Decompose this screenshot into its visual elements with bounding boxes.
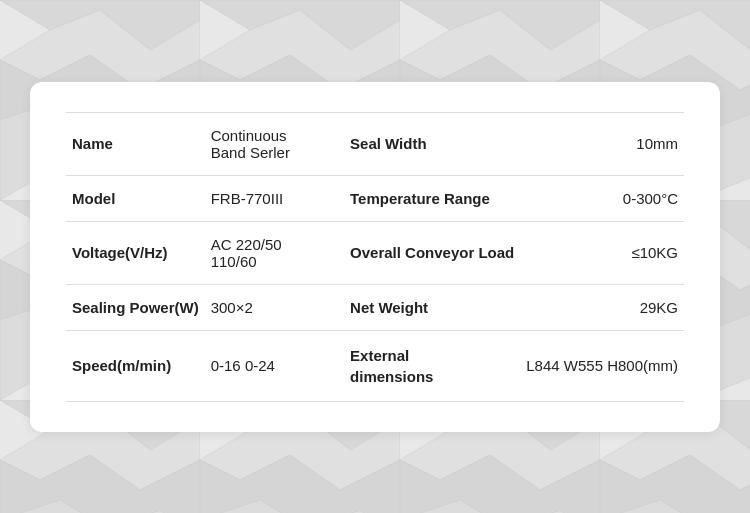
- left-value-3: 300×2: [205, 284, 324, 330]
- right-label-1: Temperature Range: [344, 175, 520, 221]
- right-value-1: 0-300°C: [520, 175, 684, 221]
- left-value-4: 0-16 0-24: [205, 330, 324, 401]
- left-label-3: Sealing Power(W): [66, 284, 205, 330]
- right-label-2: Overall Conveyor Load: [344, 221, 520, 284]
- spacer-2: [324, 221, 344, 284]
- spec-card: NameContinuous Band SerlerSeal Width10mm…: [30, 82, 720, 432]
- right-value-4: L844 W555 H800(mm): [520, 330, 684, 401]
- left-label-0: Name: [66, 112, 205, 175]
- left-value-2: AC 220/50 110/60: [205, 221, 324, 284]
- right-value-0: 10mm: [520, 112, 684, 175]
- right-value-3: 29KG: [520, 284, 684, 330]
- right-value-2: ≤10KG: [520, 221, 684, 284]
- spacer-0: [324, 112, 344, 175]
- left-value-0: Continuous Band Serler: [205, 112, 324, 175]
- spec-table: NameContinuous Band SerlerSeal Width10mm…: [66, 112, 684, 402]
- left-label-4: Speed(m/min): [66, 330, 205, 401]
- left-label-1: Model: [66, 175, 205, 221]
- left-label-2: Voltage(V/Hz): [66, 221, 205, 284]
- left-value-1: FRB-770III: [205, 175, 324, 221]
- right-label-3: Net Weight: [344, 284, 520, 330]
- right-label-0: Seal Width: [344, 112, 520, 175]
- spacer-1: [324, 175, 344, 221]
- spacer-3: [324, 284, 344, 330]
- right-label-4: Externaldimensions: [344, 330, 520, 401]
- spacer-4: [324, 330, 344, 401]
